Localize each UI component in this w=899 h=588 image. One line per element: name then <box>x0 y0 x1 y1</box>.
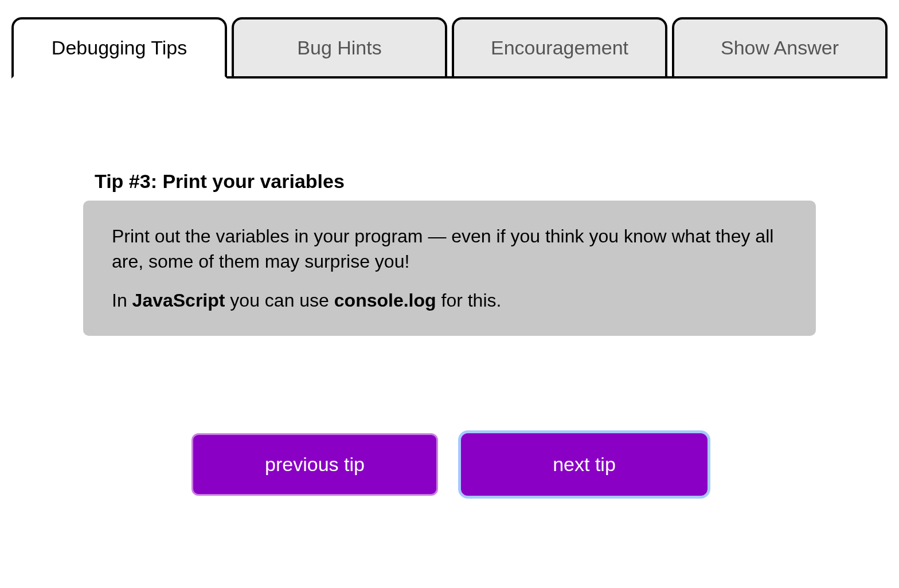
tab-content: Tip #3: Print your variables Print out t… <box>11 79 888 530</box>
tab-bar: Debugging Tips Bug Hints Encouragement S… <box>11 17 888 79</box>
tip-nav-buttons: previous tip next tip <box>83 433 816 496</box>
tip-title: Tip #3: Print your variables <box>95 170 816 193</box>
next-tip-button[interactable]: next tip <box>461 433 708 496</box>
tip-paragraph-2: In JavaScript you can use console.log fo… <box>112 288 787 313</box>
tab-debugging-tips[interactable]: Debugging Tips <box>11 17 227 79</box>
tip-paragraph-1: Print out the variables in your program … <box>112 224 787 274</box>
tip-keyword-consolelog: console.log <box>334 290 436 311</box>
tip-text: you can use <box>225 290 334 311</box>
tab-bug-hints[interactable]: Bug Hints <box>232 17 447 79</box>
tip-text: In <box>112 290 132 311</box>
tip-keyword-js: JavaScript <box>132 290 225 311</box>
tab-show-answer[interactable]: Show Answer <box>672 17 888 79</box>
previous-tip-button[interactable]: previous tip <box>191 433 438 496</box>
tab-encouragement[interactable]: Encouragement <box>452 17 667 79</box>
tip-text: for this. <box>436 290 502 311</box>
tip-box: Print out the variables in your program … <box>83 201 816 336</box>
